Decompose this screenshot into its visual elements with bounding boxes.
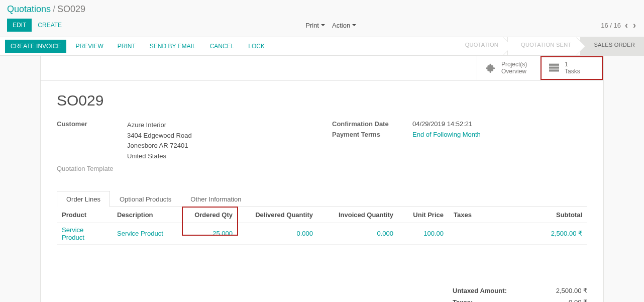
untaxed-value: 2,500.00 ₹ (556, 287, 587, 294)
create-invoice-button[interactable]: CREATE INVOICE (5, 40, 66, 53)
col-invoiced-qty[interactable]: Invoiced Quantity (318, 207, 398, 223)
edit-button[interactable]: EDIT (7, 19, 32, 32)
taxes-value: 0.00 ₹ (569, 298, 587, 302)
svg-rect-0 (549, 64, 559, 66)
col-subtotal[interactable]: Subtotal (479, 207, 587, 223)
table-row[interactable]: Service Product Service Product 25.000 0… (57, 223, 587, 244)
cell-ordered: 25.000 (182, 223, 238, 244)
pager-prev[interactable]: ‹ (624, 20, 629, 31)
stat-label: Project(s) (501, 61, 527, 68)
pager-position: 16 / 16 (601, 22, 621, 29)
template-label: Quotation Template (57, 165, 127, 172)
pager: 16 / 16 ‹ › (601, 20, 637, 31)
tabs: Order Lines Optional Products Other Info… (57, 190, 587, 207)
cell-delivered: 0.000 (238, 223, 318, 244)
form-sheet: Project(s) Overview 1 Tasks SO029 Cu (40, 56, 604, 302)
customer-label: Customer (57, 120, 127, 162)
status-steps: QUOTATION QUOTATION SENT SALES ORDER (452, 37, 644, 55)
cell-tax (449, 223, 479, 244)
confirm-date-label: Confirmation Date (332, 120, 412, 128)
step-quotation[interactable]: QUOTATION (452, 37, 507, 55)
payment-terms-value[interactable]: End of Following Month (412, 131, 587, 138)
cell-price: 100.00 (398, 223, 449, 244)
pager-next[interactable]: › (632, 20, 637, 31)
stat-buttons: Project(s) Overview 1 Tasks (41, 56, 603, 81)
svg-rect-2 (549, 70, 559, 72)
col-taxes[interactable]: Taxes (449, 207, 479, 223)
tab-order-lines[interactable]: Order Lines (57, 191, 110, 207)
taxes-label: Taxes: (453, 298, 473, 302)
stat-label: Overview (501, 68, 527, 75)
puzzle-icon (485, 62, 496, 73)
breadcrumb: Quotations/SO029 (0, 0, 644, 18)
cell-product[interactable]: Service Product (57, 223, 112, 244)
col-delivered-qty[interactable]: Delivered Quantity (238, 207, 318, 223)
step-sent[interactable]: QUOTATION SENT (507, 37, 580, 55)
print-button[interactable]: PRINT (111, 40, 143, 53)
print-dropdown[interactable]: Print (305, 22, 325, 29)
cancel-button[interactable]: CANCEL (203, 40, 242, 53)
breadcrumb-root[interactable]: Quotations (7, 4, 51, 14)
totals: Untaxed Amount: 2,500.00 ₹ Taxes: 0.00 ₹… (453, 285, 603, 302)
create-button[interactable]: CREATE (32, 19, 68, 31)
breadcrumb-current: SO029 (57, 4, 85, 14)
step-order[interactable]: SALES ORDER (580, 37, 644, 55)
caret-icon (321, 24, 325, 26)
order-title: SO029 (57, 92, 587, 109)
col-ordered-qty[interactable]: Ordered Qty (182, 207, 238, 223)
confirm-date-value: 04/29/2019 14:52:21 (412, 120, 587, 128)
svg-rect-1 (549, 67, 559, 69)
cell-desc: Service Product (112, 223, 182, 244)
send-email-button[interactable]: SEND BY EMAIL (143, 40, 203, 53)
payment-terms-label: Payment Terms (332, 131, 412, 138)
order-lines-table: Product Description Ordered Qty Delivere… (57, 207, 587, 245)
control-bar: EDIT CREATE Print Action 16 / 16 ‹ › (0, 18, 644, 37)
stat-label: Tasks (565, 68, 580, 75)
status-bar: CREATE INVOICE PREVIEW PRINT SEND BY EMA… (0, 37, 644, 56)
col-unit-price[interactable]: Unit Price (398, 207, 449, 223)
tab-optional[interactable]: Optional Products (110, 191, 181, 207)
action-dropdown[interactable]: Action (332, 22, 356, 29)
col-product[interactable]: Product (57, 207, 112, 223)
lock-button[interactable]: LOCK (241, 40, 272, 53)
projects-overview-button[interactable]: Project(s) Overview (477, 56, 540, 80)
cell-invoiced: 0.000 (318, 223, 398, 244)
stat-value: 1 (565, 61, 580, 68)
tasks-button[interactable]: 1 Tasks (540, 56, 603, 80)
caret-icon (352, 24, 356, 26)
customer-value[interactable]: Azure Interior 3404 Edgewood Road Jonesb… (127, 120, 312, 162)
preview-button[interactable]: PREVIEW (68, 40, 110, 53)
col-description[interactable]: Description (112, 207, 182, 223)
untaxed-label: Untaxed Amount: (453, 287, 507, 294)
tasks-icon (549, 62, 560, 73)
tab-other[interactable]: Other Information (181, 191, 251, 207)
cell-subtotal: 2,500.00 ₹ (479, 223, 587, 244)
